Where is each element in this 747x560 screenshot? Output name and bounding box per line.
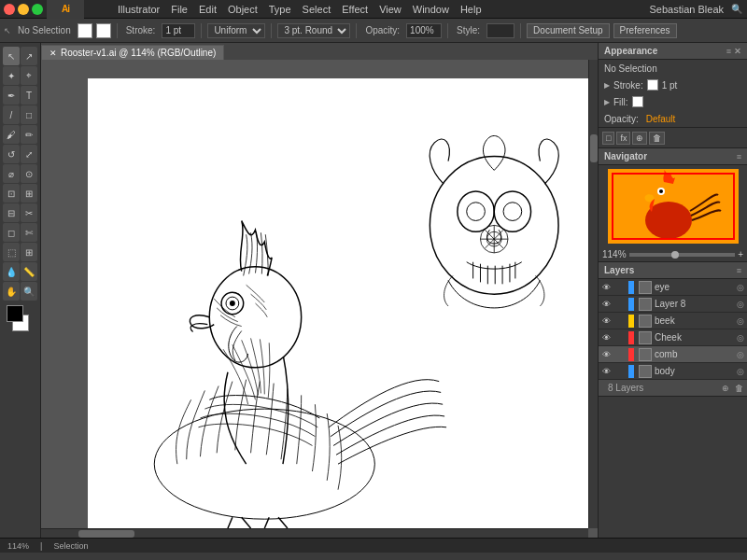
horizontal-scrollbar[interactable]: [41, 528, 588, 538]
brush-dropdown[interactable]: 3 pt. Round: [277, 23, 350, 38]
eye-layer-name[interactable]: eye: [655, 282, 734, 292]
layer-row-cheek[interactable]: 👁 Cheek ◎: [599, 329, 747, 346]
rect-tool[interactable]: □: [21, 105, 37, 124]
minimize-icon[interactable]: [18, 4, 29, 15]
layer8-target[interactable]: ◎: [736, 300, 745, 309]
new-layer-btn[interactable]: ⊕: [722, 384, 729, 393]
cheek-target[interactable]: ◎: [736, 333, 745, 343]
warp-tool[interactable]: ⌀: [3, 164, 20, 183]
layer-row-layer8[interactable]: 👁 Layer 8 ◎: [599, 296, 747, 313]
measure-tool[interactable]: 📏: [21, 262, 37, 281]
layer-row-eye[interactable]: 👁 eye ◎: [599, 279, 747, 296]
menu-select[interactable]: Select: [297, 0, 337, 18]
gradient-tool[interactable]: ⬚: [3, 243, 20, 261]
document-setup-button[interactable]: Document Setup: [527, 23, 610, 38]
eyedropper-tool[interactable]: 💧: [3, 262, 20, 281]
comb-visibility-icon[interactable]: 👁: [600, 350, 612, 359]
canvas-inner[interactable]: [41, 60, 598, 538]
body-visibility-icon[interactable]: 👁: [600, 367, 612, 376]
blend-tool[interactable]: ⊙: [21, 164, 37, 183]
comb-name[interactable]: comb: [655, 349, 734, 359]
navigator-menu-icon[interactable]: ≡: [737, 152, 741, 161]
fx-btn[interactable]: fx: [616, 132, 630, 145]
beek-name[interactable]: beek: [655, 315, 734, 326]
menu-edit[interactable]: Edit: [193, 0, 222, 18]
fill-swatch[interactable]: [78, 23, 92, 38]
tab-close-icon[interactable]: ✕: [49, 49, 57, 58]
beek-visibility-icon[interactable]: 👁: [600, 316, 612, 326]
scale-tool[interactable]: ⤢: [21, 145, 37, 163]
cheek-name[interactable]: Cheek: [655, 332, 734, 343]
eraser-tools: ◻ ✄: [3, 223, 37, 242]
menu-file[interactable]: File: [165, 0, 193, 18]
menu-effect[interactable]: Effect: [336, 0, 374, 18]
menu-illustrator[interactable]: Illustrator: [112, 0, 165, 18]
stroke-color-swatch[interactable]: [647, 79, 658, 91]
line-tool[interactable]: /: [3, 105, 20, 124]
add-appearance-btn[interactable]: □: [602, 132, 614, 145]
navigator-thumbnail[interactable]: [608, 169, 739, 244]
scissors-tool[interactable]: ✄: [21, 223, 37, 242]
menu-help[interactable]: Help: [455, 0, 487, 18]
mesh-tool[interactable]: ⊞: [21, 243, 37, 261]
opacity-input[interactable]: [406, 23, 442, 38]
layers-menu-icon[interactable]: ≡: [737, 266, 741, 275]
stroke-profile-dropdown[interactable]: Uniform: [207, 23, 265, 38]
delete-layer-btn[interactable]: 🗑: [735, 384, 743, 393]
eye-layer-target[interactable]: ◎: [736, 283, 745, 292]
foreground-color-swatch[interactable]: [7, 305, 23, 322]
layer-row-beek[interactable]: 👁 beek ◎: [599, 313, 747, 329]
type-tool[interactable]: T: [21, 86, 37, 105]
appearance-menu-icon[interactable]: ≡: [726, 47, 731, 56]
graph-tool[interactable]: ⊞: [21, 184, 37, 203]
menu-type[interactable]: Type: [263, 0, 297, 18]
eye-visibility-icon[interactable]: 👁: [600, 283, 612, 292]
body-target[interactable]: ◎: [736, 367, 745, 376]
direct-select-tool[interactable]: ↗: [21, 47, 37, 65]
pencil-tool[interactable]: ✏: [21, 125, 37, 144]
menu-view[interactable]: View: [374, 0, 407, 18]
eraser-tool[interactable]: ◻: [3, 223, 20, 242]
vertical-scrollbar[interactable]: [588, 60, 598, 528]
layer-row-body[interactable]: 👁 body ◎: [599, 363, 747, 380]
hand-tool[interactable]: ✋: [3, 282, 20, 301]
layer-row-comb[interactable]: 👁 comb ◎: [599, 346, 747, 363]
lasso-tool[interactable]: ⌖: [21, 66, 37, 85]
rotate-tool[interactable]: ↺: [3, 145, 20, 163]
symbol-sprayer[interactable]: ⊡: [3, 184, 20, 203]
zoom-tool[interactable]: 🔍: [21, 282, 37, 301]
stroke-expand-arrow[interactable]: ▶: [604, 81, 610, 90]
zoom-slider[interactable]: [629, 253, 736, 257]
artboard[interactable]: [88, 78, 588, 528]
close-icon[interactable]: [4, 4, 15, 15]
body-name[interactable]: body: [655, 366, 734, 376]
stroke-input[interactable]: [162, 23, 195, 38]
appearance-close-icon[interactable]: ✕: [734, 47, 741, 56]
magic-wand-tool[interactable]: ✦: [3, 66, 20, 85]
duplicate-appearance-btn[interactable]: ⊕: [632, 132, 647, 145]
menu-object[interactable]: Object: [222, 0, 263, 18]
pen-tool[interactable]: ✒: [3, 86, 20, 105]
slice-tool[interactable]: ✂: [21, 203, 37, 222]
menu-window[interactable]: Window: [407, 0, 455, 18]
stroke-swatch[interactable]: [96, 23, 111, 38]
artboard-tool[interactable]: ⊟: [3, 203, 20, 222]
layer8-name[interactable]: Layer 8: [655, 299, 734, 309]
paintbrush-tool[interactable]: 🖌: [3, 125, 20, 144]
maximize-icon[interactable]: [32, 4, 43, 15]
preferences-button[interactable]: Preferences: [613, 23, 677, 38]
search-icon[interactable]: 🔍: [731, 4, 742, 14]
comb-target[interactable]: ◎: [736, 350, 745, 359]
selection-tool[interactable]: ↖: [3, 47, 20, 65]
fill-color-swatch[interactable]: [632, 96, 643, 107]
zoom-in-icon[interactable]: +: [738, 249, 743, 259]
delete-appearance-btn[interactable]: 🗑: [649, 132, 665, 145]
cheek-visibility-icon[interactable]: 👁: [600, 333, 612, 343]
fill-expand-arrow[interactable]: ▶: [604, 98, 610, 106]
appearance-stroke-row[interactable]: ▶ Stroke: 1 pt: [599, 77, 747, 93]
layer8-visibility-icon[interactable]: 👁: [600, 300, 612, 309]
style-input[interactable]: [486, 23, 514, 38]
beek-target[interactable]: ◎: [736, 316, 745, 326]
document-tab[interactable]: ✕ Rooster-v1.ai @ 114% (RGB/Outline): [41, 45, 224, 60]
appearance-fill-row[interactable]: ▶ Fill:: [599, 93, 747, 110]
